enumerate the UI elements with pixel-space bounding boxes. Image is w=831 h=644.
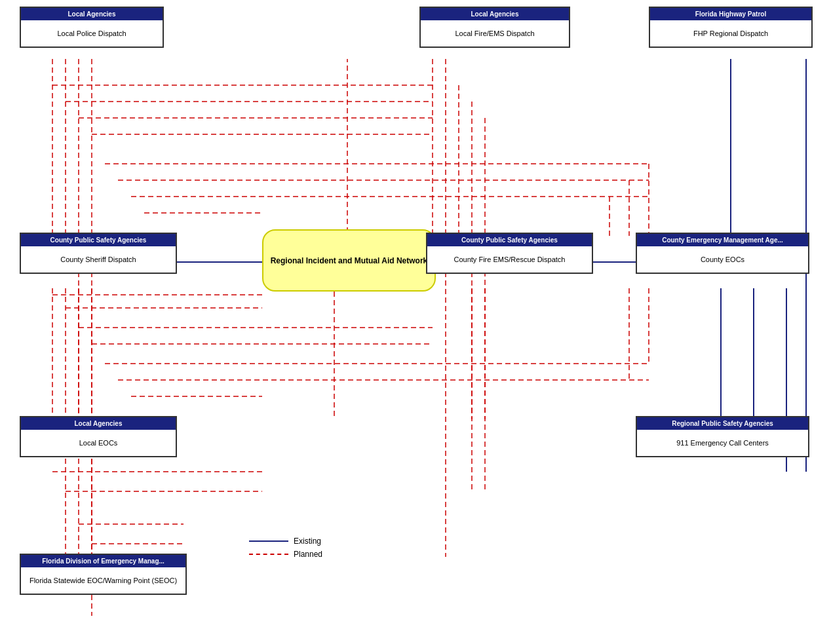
local-fire-dispatch-node: Local Agencies Local Fire/EMS Dispatch [419,7,570,48]
regional-911-node: Regional Public Safety Agencies 911 Emer… [636,416,809,457]
florida-seoc-body: Florida Statewide EOC/Warning Point (SEO… [21,567,185,594]
fhp-body: FHP Regional Dispatch [650,20,811,47]
fhp-header: Florida Highway Patrol [650,8,811,20]
county-eocs-body: County EOCs [637,246,808,273]
legend-existing-line [249,540,288,542]
connections-layer [0,0,831,644]
county-eocs-header: County Emergency Management Age... [637,234,808,246]
county-sheriff-node: County Public Safety Agencies County She… [20,233,177,274]
local-eocs-node: Local Agencies Local EOCs [20,416,177,457]
legend-planned: Planned [249,550,322,559]
county-fire-body: County Fire EMS/Rescue Dispatch [427,246,592,273]
florida-seoc-node: Florida Division of Emergency Manag... F… [20,554,187,595]
county-sheriff-header: County Public Safety Agencies [21,234,176,246]
county-fire-node: County Public Safety Agencies County Fir… [426,233,593,274]
legend-existing: Existing [249,537,322,546]
county-eocs-node: County Emergency Management Age... Count… [636,233,809,274]
local-fire-header: Local Agencies [421,8,569,20]
regional-911-header: Regional Public Safety Agencies [637,417,808,430]
local-police-header: Local Agencies [21,8,163,20]
regional-network-node: Regional Incident and Mutual Aid Network [262,229,436,292]
county-fire-header: County Public Safety Agencies [427,234,592,246]
legend-planned-line [249,554,288,555]
legend-planned-label: Planned [294,550,322,559]
florida-seoc-header: Florida Division of Emergency Manag... [21,555,185,567]
fhp-dispatch-node: Florida Highway Patrol FHP Regional Disp… [649,7,813,48]
legend-existing-label: Existing [294,537,321,546]
regional-911-body: 911 Emergency Call Centers [637,430,808,456]
local-fire-body: Local Fire/EMS Dispatch [421,20,569,47]
local-police-body: Local Police Dispatch [21,20,163,47]
county-sheriff-body: County Sheriff Dispatch [21,246,176,273]
diagram-container: Local Agencies Local Police Dispatch Loc… [0,0,831,644]
regional-network-label: Regional Incident and Mutual Aid Network [271,256,428,265]
local-eocs-header: Local Agencies [21,417,176,430]
legend: Existing Planned [249,537,322,559]
local-eocs-body: Local EOCs [21,430,176,456]
local-police-dispatch-node: Local Agencies Local Police Dispatch [20,7,164,48]
